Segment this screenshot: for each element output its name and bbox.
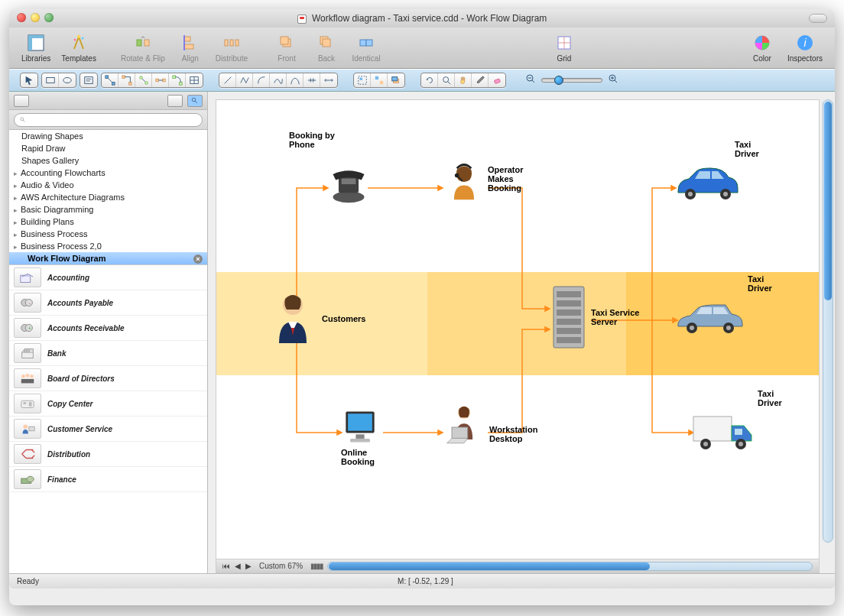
tree-item-selected[interactable]: Work Flow Diagram× (9, 252, 207, 264)
node-label: TaxiDriver (735, 140, 759, 158)
tree-item[interactable]: Audio & Video (9, 179, 207, 191)
shape-item[interactable]: Finance (9, 467, 207, 492)
workstation-node[interactable] (443, 403, 485, 446)
shape-library: Accounting -Accounts Payable +Accounts R… (9, 265, 207, 573)
diagram-canvas[interactable]: Booking byPhone OperatorMakesBooking Cus… (216, 99, 820, 559)
customers-node[interactable] (268, 290, 317, 343)
close-window-button[interactable] (17, 13, 26, 22)
svg-point-134 (703, 442, 708, 446)
ellipse-tool-button[interactable] (59, 73, 76, 87)
tree-item[interactable]: Drawing Shapes (9, 130, 207, 142)
svg-point-136 (738, 442, 743, 446)
shape-item[interactable]: Bank (9, 341, 207, 366)
car1-node[interactable] (674, 165, 741, 203)
library-tree[interactable]: Drawing Shapes Rapid Draw Shapes Gallery… (9, 130, 207, 265)
tree-item[interactable]: Accounting Flowcharts (9, 167, 207, 179)
tree-item[interactable]: Shapes Gallery (9, 154, 207, 167)
tree-mode-button[interactable] (14, 95, 29, 107)
truck-node[interactable] (690, 412, 758, 453)
tree-item[interactable]: Building Plans (9, 216, 207, 228)
layers-tool-button[interactable] (388, 73, 404, 87)
shape-thumb-icon: + (14, 318, 41, 338)
close-library-button[interactable]: × (193, 255, 203, 264)
zoom-in-button[interactable] (607, 73, 619, 88)
svg-rect-115 (452, 427, 468, 438)
tree-item[interactable]: AWS Architecture Diagrams (9, 191, 207, 203)
group-tool-button[interactable] (354, 73, 371, 87)
minimize-window-button[interactable] (31, 13, 40, 22)
polyline-tool-button[interactable] (236, 73, 253, 87)
horiz-line-button[interactable] (304, 73, 320, 87)
zoom-label[interactable]: Custom 67% (256, 562, 306, 570)
curve-tool-button[interactable] (270, 73, 287, 87)
pages-icon[interactable]: ▮▮▮▮ (310, 562, 323, 570)
svg-rect-2 (28, 35, 44, 38)
color-button[interactable]: Color (743, 31, 781, 64)
shape-item[interactable]: Customer Service (9, 417, 207, 442)
connector1-button[interactable] (102, 73, 118, 87)
shape-item[interactable]: +Accounts Receivable (9, 316, 207, 341)
back-button[interactable]: Back (307, 31, 346, 64)
inspectors-button[interactable]: i Inspectors (783, 31, 827, 64)
toolbar-capsule-button[interactable] (809, 14, 827, 23)
arc-tool-button[interactable] (253, 73, 270, 87)
server-node[interactable] (549, 284, 589, 352)
table-tool-button[interactable] (186, 73, 203, 87)
prev-page-button[interactable]: ◀ (235, 562, 241, 570)
shape-item[interactable]: Board of Directors (9, 366, 207, 391)
identical-button[interactable]: Identical (347, 31, 385, 64)
rotate-flip-button[interactable]: Rotate & Flip (116, 31, 170, 64)
search-mode-button[interactable] (187, 95, 203, 107)
connector5-button[interactable] (169, 73, 186, 87)
next-page-button[interactable]: ▶ (245, 562, 252, 570)
grid-button[interactable]: Grid (545, 31, 583, 64)
node-label: TaxiDriver (758, 389, 782, 407)
align-button[interactable]: Align (171, 31, 209, 64)
shape-item[interactable]: -Accounts Payable (9, 290, 207, 316)
svg-point-93 (27, 476, 34, 481)
status-bar: Ready M: [ -0.52, 1.29 ] (9, 573, 835, 588)
car2-node[interactable] (674, 300, 745, 336)
eyedropper-button[interactable] (472, 73, 489, 87)
pointer-tool-button[interactable] (21, 73, 37, 87)
connector4-button[interactable] (152, 73, 169, 87)
zoom-out-button[interactable] (524, 73, 537, 88)
vertical-scrollbar[interactable] (823, 99, 833, 543)
rect-tool-button[interactable] (42, 73, 59, 87)
zoom-slider[interactable] (541, 78, 602, 83)
library-search-input[interactable] (14, 113, 203, 127)
dimension-button[interactable] (320, 73, 337, 87)
bezier-tool-button[interactable] (287, 73, 304, 87)
svg-rect-53 (359, 78, 362, 81)
tree-item[interactable]: Business Process 2,0 (9, 240, 207, 252)
tree-item[interactable]: Business Process (9, 228, 207, 240)
front-button[interactable]: Front (268, 31, 306, 64)
horizontal-scrollbar[interactable] (327, 562, 813, 571)
distribute-button[interactable]: Distribute (211, 31, 252, 64)
svg-point-124 (688, 192, 693, 196)
monitor-node[interactable] (339, 406, 381, 449)
tree-item[interactable]: Basic Diagramming (9, 203, 207, 216)
svg-line-33 (108, 78, 112, 82)
refresh-button[interactable] (421, 73, 438, 87)
eraser-button[interactable] (489, 73, 505, 87)
tree-item[interactable]: Rapid Draw (9, 142, 207, 154)
operator-node[interactable] (443, 160, 485, 203)
svg-point-126 (723, 192, 728, 196)
ungroup-tool-button[interactable] (371, 73, 388, 87)
line-tool-button[interactable] (219, 73, 236, 87)
first-page-button[interactable]: ⏮ (222, 562, 230, 570)
templates-button[interactable]: Templates (57, 31, 101, 64)
shape-item[interactable]: Distribution (9, 442, 207, 467)
shape-item[interactable]: Copy Center (9, 391, 207, 417)
hand-tool-button[interactable] (455, 73, 472, 87)
connector2-button[interactable] (118, 73, 135, 87)
grid-mode-button[interactable] (167, 95, 183, 107)
libraries-button[interactable]: Libraries (17, 31, 55, 64)
shape-item[interactable]: Accounting (9, 265, 207, 290)
phone-node[interactable] (327, 163, 370, 206)
zoom-window-button[interactable] (44, 13, 54, 22)
zoom-button[interactable] (438, 73, 455, 87)
connector3-button[interactable] (135, 73, 152, 87)
text-tool-button[interactable] (80, 73, 97, 87)
